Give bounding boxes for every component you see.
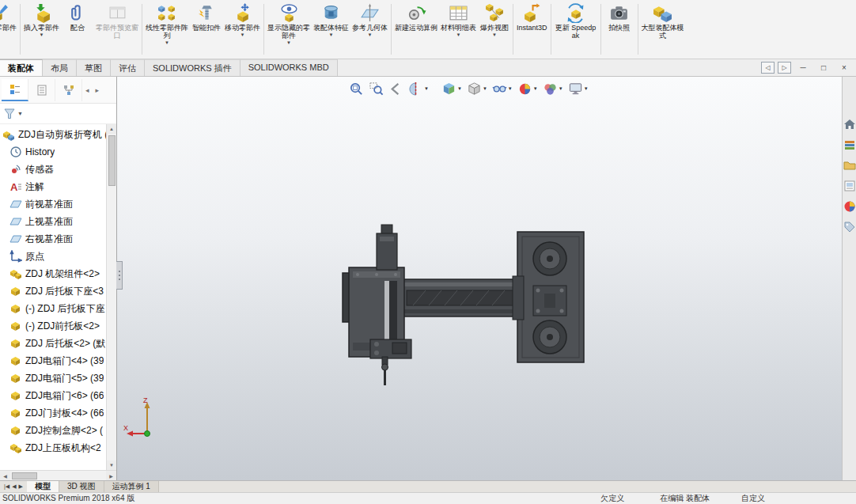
tab-sketch[interactable]: 草图 — [77, 59, 111, 76]
tree-filter-row[interactable]: ▼ — [0, 104, 116, 124]
ribbon-button-update-speedpak[interactable]: 更新 Speedpak — [553, 1, 599, 40]
tree-item[interactable]: (-) ZDJ 后托板下座 — [0, 300, 106, 317]
scrollbar-thumb[interactable] — [12, 472, 37, 479]
tree-item[interactable]: ZDJ自动剪板折弯机 (默 — [0, 126, 106, 143]
ribbon-button-show-hidden[interactable]: 显示隐藏的零部件▼ — [266, 1, 312, 47]
display-style-button[interactable]: ▼ — [464, 80, 490, 97]
solidworks-resources-button[interactable] — [843, 118, 856, 131]
next-tab-button[interactable]: ▶ — [19, 483, 23, 490]
ribbon-button-bom[interactable]: 材料明细表▼ — [439, 1, 478, 39]
next-document-button[interactable]: ▷ — [778, 62, 791, 74]
panel-tabs-scroll-left-icon[interactable]: ◂ — [82, 86, 93, 94]
close-button[interactable]: × — [835, 62, 853, 74]
document-tab[interactable]: 运动算例 1 — [104, 481, 159, 492]
tab-solidworks-mbd[interactable]: SOLIDWORKS MBD — [241, 59, 338, 76]
view-settings-button[interactable]: ▼ — [566, 80, 591, 97]
panel-tab-configurationmanager[interactable] — [55, 79, 82, 101]
scroll-right-button[interactable]: ▶ — [106, 471, 116, 480]
dropdown-arrow-icon[interactable]: ▼ — [165, 40, 169, 46]
dropdown-arrow-icon[interactable]: ▼ — [368, 32, 373, 38]
minimize-button[interactable]: ─ — [794, 62, 812, 74]
tree-item[interactable]: ZDJ电箱门<6> (66 — [0, 387, 106, 404]
ribbon-button-reference-geometry[interactable]: 参考几何体▼ — [350, 1, 389, 39]
tree-item[interactable]: ZDJ控制盒脚<2> ( — [0, 422, 106, 439]
ribbon-button-instant3d[interactable]: Instant3D — [515, 1, 549, 32]
previous-document-button[interactable]: ◁ — [761, 62, 775, 74]
tab-solidworks-addins[interactable]: SOLIDWORKS 插件 — [145, 59, 241, 76]
dropdown-arrow-icon[interactable]: ▼ — [40, 32, 44, 38]
file-explorer-button[interactable] — [843, 159, 856, 172]
hide-show-items-button[interactable]: ▼ — [490, 80, 515, 97]
document-tab[interactable]: 3D 视图 — [59, 481, 104, 492]
tree-item[interactable]: ZDJ电箱门<4> (39 — [0, 352, 106, 369]
tree-item[interactable]: ZDJ电箱门<5> (39 — [0, 369, 106, 387]
tab-layout[interactable]: 布局 — [43, 59, 77, 76]
appearances-scenes-button[interactable] — [843, 200, 856, 213]
ribbon-button-move-component[interactable]: 移动零部件▼ — [223, 1, 262, 39]
dropdown-arrow-icon[interactable]: ▼ — [492, 32, 497, 38]
document-tab[interactable]: 模型 — [27, 481, 59, 492]
assembly-model-3d-view[interactable] — [337, 224, 590, 392]
tree-vertical-scrollbar[interactable]: ▲ ▼ — [106, 124, 116, 470]
scroll-left-button[interactable]: ◀ — [0, 471, 10, 480]
previous-view-button[interactable] — [386, 80, 406, 97]
ribbon-button-edit-component[interactable]: 编辑零部件 — [0, 1, 18, 32]
tab-assembly[interactable]: 装配体 — [0, 59, 43, 76]
tree-item[interactable]: ZDJ 机架组件<2> — [0, 265, 106, 282]
previous-tab-button[interactable]: ◀ — [12, 483, 16, 490]
apply-scene-button[interactable]: ▼ — [540, 80, 566, 97]
tab-evaluate[interactable]: 评估 — [111, 59, 145, 76]
ribbon-button-linear-pattern[interactable]: 线性零部件阵列▼ — [144, 1, 190, 47]
panel-splitter-handle[interactable] — [116, 261, 123, 290]
panel-tab-propertymanager[interactable] — [28, 79, 55, 101]
dropdown-arrow-icon[interactable]: ▼ — [533, 86, 538, 91]
filter-dropdown-icon[interactable]: ▼ — [17, 111, 23, 116]
restore-button[interactable]: □ — [815, 62, 832, 74]
dropdown-arrow-icon[interactable]: ▼ — [457, 86, 462, 91]
tree-item[interactable]: (-) ZDJ前托板<2> — [0, 317, 106, 335]
scroll-down-button[interactable]: ▼ — [107, 460, 116, 470]
model-top-column[interactable] — [377, 225, 397, 270]
panel-tabs-scroll-right-icon[interactable]: ▸ — [93, 86, 103, 94]
scroll-up-button[interactable]: ▲ — [107, 124, 116, 134]
panel-tab-featuremanager-tree[interactable] — [2, 79, 28, 101]
tree-item[interactable]: 原点 — [0, 248, 106, 265]
ribbon-button-exploded-view[interactable]: 爆炸视图▼ — [478, 1, 511, 39]
ribbon-button-assembly-features[interactable]: 装配体特征▼ — [312, 1, 350, 39]
tree-horizontal-scrollbar[interactable]: ◀ ▶ — [0, 470, 116, 480]
ribbon-button-take-snapshot[interactable]: 拍快照 — [603, 1, 636, 32]
model-beam[interactable] — [398, 276, 524, 320]
dropdown-arrow-icon[interactable]: ▼ — [424, 86, 429, 91]
ribbon-button-insert-component[interactable]: 插入零部件▼ — [22, 1, 61, 39]
zoom-to-area-button[interactable] — [366, 80, 386, 97]
dropdown-arrow-icon[interactable]: ▼ — [584, 86, 589, 91]
tree-item[interactable]: ZDJ上压板机构<2 — [0, 439, 106, 457]
dropdown-arrow-icon[interactable]: ▼ — [483, 86, 487, 91]
dropdown-arrow-icon[interactable]: ▼ — [508, 86, 513, 91]
design-library-button[interactable] — [843, 138, 856, 151]
dropdown-arrow-icon[interactable]: ▼ — [241, 32, 245, 38]
section-view-button[interactable]: ▼ — [406, 80, 431, 97]
model-right-plate[interactable] — [517, 232, 584, 362]
dropdown-arrow-icon[interactable]: ▼ — [456, 32, 461, 38]
first-tab-button[interactable]: |◀ — [4, 483, 9, 490]
view-palette-button[interactable] — [843, 180, 856, 192]
tree-item[interactable]: 传感器 — [0, 161, 106, 178]
customize-button[interactable]: 自定义 — [741, 493, 765, 504]
edit-appearance-button[interactable]: ▼ — [515, 80, 540, 97]
tree-item[interactable]: ZDJ 后托板下座<3 — [0, 282, 106, 300]
dropdown-arrow-icon[interactable]: ▼ — [559, 86, 563, 91]
model-bottom-bracket[interactable] — [370, 339, 411, 385]
tree-item[interactable]: 上视基准面 — [0, 213, 106, 230]
tree-item[interactable]: 右视基准面 — [0, 230, 106, 248]
dropdown-arrow-icon[interactable]: ▼ — [329, 32, 334, 38]
ribbon-button-mate[interactable]: 配合 — [61, 1, 94, 32]
tree-item[interactable]: ZDJ门封板<4> (66 — [0, 404, 106, 422]
ribbon-button-smart-fasteners[interactable]: 智能扣件 — [190, 1, 223, 32]
tree-item[interactable]: ZDJ 后托板<2> (默 — [0, 335, 106, 352]
dropdown-arrow-icon[interactable]: ▼ — [286, 40, 291, 46]
graphics-viewport[interactable]: ▼▼▼▼▼▼▼ — [117, 77, 842, 480]
scrollbar-thumb[interactable] — [108, 135, 116, 186]
ribbon-button-new-motion-study[interactable]: 新建运动算例 — [393, 1, 439, 32]
tree-item[interactable]: 前视基准面 — [0, 195, 106, 213]
